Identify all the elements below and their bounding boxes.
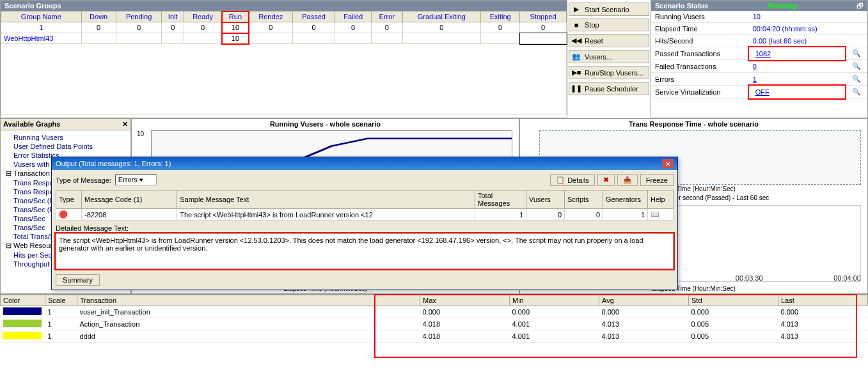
output-messages-grid: Type Message Code (1) Sample Message Tex…	[56, 190, 674, 221]
tree-item[interactable]: Running Vusers	[4, 133, 129, 142]
pause-icon: ❚❚	[572, 84, 581, 93]
table-row[interactable]: 1 0 0 0 0 10 0 0 0 0 0 0 0	[1, 22, 567, 33]
output-dialog: Output (Total messages: 1, Errors: 1) ✕ …	[51, 157, 678, 290]
color-swatch	[3, 307, 42, 315]
color-swatch	[3, 332, 42, 339]
detailed-message-text[interactable]: The script <WebHttpHtml43> is from LoadR…	[56, 233, 674, 269]
transaction-row[interactable]: 1Action_Transaction 4.0184.001 4.0130.00…	[1, 318, 868, 330]
col-generators[interactable]: Generators	[603, 190, 648, 209]
col-down[interactable]: Down	[81, 12, 116, 22]
type-of-message-label: Type of Message:	[56, 176, 111, 184]
col-color[interactable]: Color	[1, 295, 45, 306]
status-label: Running Vusers	[651, 11, 749, 23]
dialog-title: Output (Total messages: 1, Errors: 1)	[56, 160, 171, 167]
close-icon[interactable]: ✕	[122, 120, 128, 128]
stop-icon: ■	[572, 21, 581, 29]
start-scenario-button[interactable]: ▶Start Scenario	[569, 3, 649, 16]
magnify-icon[interactable]: 🔍	[845, 60, 867, 73]
pause-scheduler-button[interactable]: ❚❚Pause Scheduler	[569, 82, 649, 95]
col-init[interactable]: Init	[162, 12, 184, 22]
stop-button[interactable]: ■Stop	[569, 19, 649, 31]
play-stop-icon: ▶■	[572, 68, 581, 77]
detailed-message-label: Detailed Message Text:	[56, 224, 674, 232]
tree-item[interactable]: User Defined Data Points	[4, 142, 129, 151]
col-avg[interactable]: Avg	[599, 295, 689, 306]
magnify-icon[interactable]: 🔍	[845, 47, 867, 60]
help-icon[interactable]: 📖	[648, 209, 674, 221]
message-row[interactable]: 🛑 -82208 The script <WebHttpHtml43> is f…	[56, 209, 674, 221]
color-swatch	[3, 320, 42, 327]
scenario-status-panel: Scenario Status Running 🗗 Running Vusers…	[651, 0, 868, 118]
col-total-messages[interactable]: Total Messages	[475, 190, 526, 209]
col-type[interactable]: Type	[56, 190, 82, 209]
summary-button[interactable]: Summary	[56, 274, 100, 286]
message-type-select[interactable]: Errors ▾	[115, 174, 157, 185]
transaction-row[interactable]: 1dddd 4.0184.001 4.0130.005 4.013	[1, 330, 868, 343]
users-icon: 👥	[572, 52, 581, 61]
col-failed[interactable]: Failed	[335, 12, 372, 22]
scenario-groups-panel: Scenario Groups Group Name Down Pending …	[0, 0, 567, 118]
scenario-groups-table: Group Name Down Pending Init Ready Run R…	[1, 11, 567, 114]
export-icon-button[interactable]: 📤	[617, 174, 638, 186]
run-stop-vusers-button[interactable]: ▶■Run/Stop Vusers...	[569, 66, 649, 79]
freeze-button[interactable]: Freeze	[640, 174, 674, 186]
details-button[interactable]: 📋Details	[550, 174, 595, 186]
controls-panel: ▶Start Scenario ■Stop ◀◀Reset 👥Vusers...…	[567, 0, 651, 118]
service-virtualization-link[interactable]: OFF	[749, 86, 846, 98]
details-icon: 📋	[556, 176, 565, 184]
col-rendez[interactable]: Rendez	[249, 12, 292, 22]
table-row[interactable]: WebHttpHtml43 10	[1, 33, 567, 44]
col-transaction[interactable]: Transaction	[77, 295, 420, 306]
play-icon: ▶	[572, 5, 581, 13]
passed-transactions-link[interactable]: 1082	[749, 47, 846, 60]
col-gradual[interactable]: Gradual Exiting	[402, 12, 480, 22]
scenario-groups-title: Scenario Groups	[1, 1, 567, 11]
vusers-button[interactable]: 👥Vusers...	[569, 50, 649, 63]
col-help[interactable]: Help	[648, 190, 674, 209]
restore-icon[interactable]: 🗗	[856, 2, 864, 10]
col-stopped[interactable]: Stopped	[520, 12, 567, 22]
col-max[interactable]: Max	[420, 295, 510, 306]
col-message-code[interactable]: Message Code (1)	[82, 190, 177, 209]
errors-link[interactable]: 1	[749, 73, 846, 86]
failed-transactions-link[interactable]: 0	[749, 60, 846, 73]
col-scripts[interactable]: Scripts	[565, 190, 603, 209]
status-value: 10	[749, 11, 846, 23]
close-button[interactable]: ✕	[662, 159, 674, 168]
available-graphs-title: Available Graphs	[3, 120, 60, 128]
scenario-status-title: Scenario Status Running 🗗	[651, 1, 867, 11]
magnify-icon[interactable]: 🔍	[845, 73, 867, 86]
col-pending[interactable]: Pending	[116, 12, 162, 22]
col-std[interactable]: Std	[689, 295, 778, 306]
col-min[interactable]: Min	[510, 295, 599, 306]
col-exiting[interactable]: Exiting	[481, 12, 520, 22]
col-sample-text[interactable]: Sample Message Text	[177, 190, 475, 209]
magnify-icon[interactable]: 🔍	[845, 86, 867, 98]
col-group-name[interactable]: Group Name	[1, 12, 82, 22]
col-ready[interactable]: Ready	[184, 12, 221, 22]
col-passed[interactable]: Passed	[292, 12, 335, 22]
transaction-row[interactable]: 1vuser_init_Transaction 0.0000.000 0.000…	[1, 306, 868, 318]
reset-button[interactable]: ◀◀Reset	[569, 34, 649, 47]
status-state: Running	[768, 2, 797, 10]
error-icon: 🛑	[56, 209, 82, 221]
col-vusers[interactable]: Vusers	[526, 190, 565, 209]
col-error[interactable]: Error	[371, 12, 402, 22]
col-run[interactable]: Run	[222, 12, 249, 22]
col-scale[interactable]: Scale	[45, 295, 77, 306]
transaction-summary-panel: Color Scale Transaction Max Min Avg Std …	[0, 294, 868, 364]
col-last[interactable]: Last	[778, 295, 868, 306]
rewind-icon: ◀◀	[572, 36, 581, 45]
delete-icon-button[interactable]: ✖	[597, 174, 615, 186]
